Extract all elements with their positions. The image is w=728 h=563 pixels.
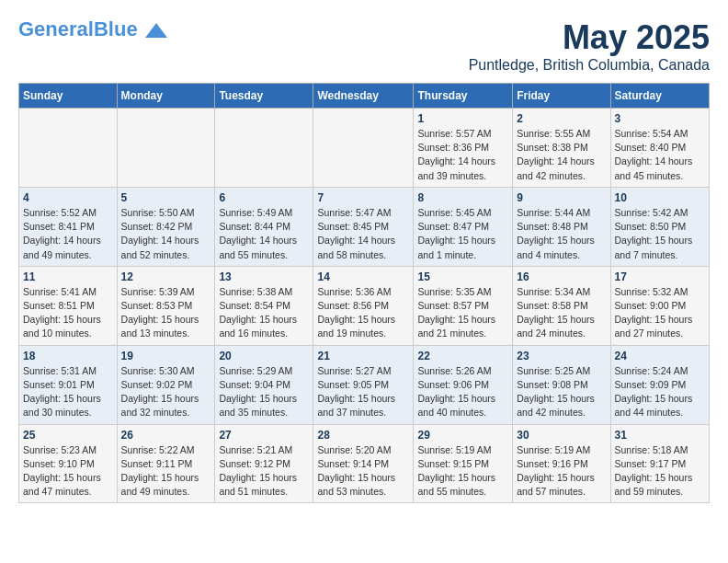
day-info: Sunrise: 5:32 AM Sunset: 9:00 PM Dayligh… bbox=[615, 285, 705, 341]
calendar-cell: 17Sunrise: 5:32 AM Sunset: 9:00 PM Dayli… bbox=[610, 266, 709, 345]
day-number: 6 bbox=[219, 191, 309, 204]
day-info: Sunrise: 5:34 AM Sunset: 8:58 PM Dayligh… bbox=[517, 285, 606, 341]
calendar-cell: 19Sunrise: 5:30 AM Sunset: 9:02 PM Dayli… bbox=[117, 345, 215, 424]
day-number: 19 bbox=[121, 350, 211, 362]
day-number: 18 bbox=[23, 350, 113, 362]
day-info: Sunrise: 5:35 AM Sunset: 8:57 PM Dayligh… bbox=[417, 285, 508, 341]
logo: GeneralBlue bbox=[18, 18, 167, 40]
day-info: Sunrise: 5:49 AM Sunset: 8:44 PM Dayligh… bbox=[219, 206, 309, 262]
day-number: 29 bbox=[417, 429, 508, 442]
calendar-cell: 23Sunrise: 5:25 AM Sunset: 9:08 PM Dayli… bbox=[513, 345, 610, 424]
calendar-cell bbox=[19, 109, 118, 188]
calendar-cell: 8Sunrise: 5:45 AM Sunset: 8:47 PM Daylig… bbox=[414, 187, 513, 266]
day-info: Sunrise: 5:36 AM Sunset: 8:56 PM Dayligh… bbox=[317, 285, 409, 341]
calendar-cell: 9Sunrise: 5:44 AM Sunset: 8:48 PM Daylig… bbox=[513, 187, 610, 266]
calendar-cell: 14Sunrise: 5:36 AM Sunset: 8:56 PM Dayli… bbox=[313, 266, 414, 345]
day-info: Sunrise: 5:30 AM Sunset: 9:02 PM Dayligh… bbox=[121, 364, 211, 420]
day-info: Sunrise: 5:38 AM Sunset: 8:54 PM Dayligh… bbox=[219, 285, 309, 341]
day-info: Sunrise: 5:27 AM Sunset: 9:05 PM Dayligh… bbox=[317, 364, 409, 420]
calendar-week-row: 25Sunrise: 5:23 AM Sunset: 9:10 PM Dayli… bbox=[19, 424, 710, 503]
calendar-cell bbox=[215, 109, 313, 188]
day-info: Sunrise: 5:45 AM Sunset: 8:47 PM Dayligh… bbox=[417, 206, 508, 262]
day-info: Sunrise: 5:47 AM Sunset: 8:45 PM Dayligh… bbox=[317, 206, 409, 262]
calendar-cell: 15Sunrise: 5:35 AM Sunset: 8:57 PM Dayli… bbox=[414, 266, 513, 345]
calendar-cell: 22Sunrise: 5:26 AM Sunset: 9:06 PM Dayli… bbox=[414, 345, 513, 424]
day-number: 21 bbox=[317, 350, 409, 362]
calendar-cell: 13Sunrise: 5:38 AM Sunset: 8:54 PM Dayli… bbox=[215, 266, 313, 345]
day-info: Sunrise: 5:26 AM Sunset: 9:06 PM Dayligh… bbox=[417, 364, 508, 420]
day-number: 16 bbox=[517, 270, 606, 283]
calendar-cell: 21Sunrise: 5:27 AM Sunset: 9:05 PM Dayli… bbox=[313, 345, 414, 424]
day-number: 26 bbox=[121, 429, 211, 442]
day-number: 15 bbox=[417, 270, 508, 283]
day-header-sunday: Sunday bbox=[19, 84, 118, 109]
day-number: 11 bbox=[23, 270, 113, 283]
day-number: 27 bbox=[219, 429, 309, 442]
calendar-cell: 3Sunrise: 5:54 AM Sunset: 8:40 PM Daylig… bbox=[610, 109, 709, 188]
day-number: 10 bbox=[615, 191, 705, 204]
day-number: 24 bbox=[615, 350, 705, 362]
calendar-cell: 10Sunrise: 5:42 AM Sunset: 8:50 PM Dayli… bbox=[610, 187, 709, 266]
day-number: 2 bbox=[517, 112, 606, 125]
day-number: 13 bbox=[219, 270, 309, 283]
calendar-cell: 1Sunrise: 5:57 AM Sunset: 8:36 PM Daylig… bbox=[414, 109, 513, 188]
calendar-cell: 29Sunrise: 5:19 AM Sunset: 9:15 PM Dayli… bbox=[414, 424, 513, 503]
calendar-week-row: 4Sunrise: 5:52 AM Sunset: 8:41 PM Daylig… bbox=[19, 187, 710, 266]
subtitle: Puntledge, British Columbia, Canada bbox=[469, 57, 710, 74]
day-header-friday: Friday bbox=[513, 84, 610, 109]
calendar-week-row: 18Sunrise: 5:31 AM Sunset: 9:01 PM Dayli… bbox=[19, 345, 710, 424]
day-info: Sunrise: 5:20 AM Sunset: 9:14 PM Dayligh… bbox=[317, 443, 409, 500]
main-title: May 2025 bbox=[469, 18, 710, 57]
calendar-cell: 20Sunrise: 5:29 AM Sunset: 9:04 PM Dayli… bbox=[215, 345, 313, 424]
day-header-monday: Monday bbox=[117, 84, 215, 109]
calendar-cell: 12Sunrise: 5:39 AM Sunset: 8:53 PM Dayli… bbox=[117, 266, 215, 345]
day-info: Sunrise: 5:42 AM Sunset: 8:50 PM Dayligh… bbox=[615, 206, 705, 262]
day-number: 12 bbox=[121, 270, 211, 283]
day-number: 23 bbox=[517, 350, 606, 362]
title-block: May 2025 Puntledge, British Columbia, Ca… bbox=[469, 18, 710, 74]
calendar-week-row: 1Sunrise: 5:57 AM Sunset: 8:36 PM Daylig… bbox=[19, 109, 710, 188]
day-header-wednesday: Wednesday bbox=[313, 84, 414, 109]
calendar-cell: 4Sunrise: 5:52 AM Sunset: 8:41 PM Daylig… bbox=[19, 187, 118, 266]
day-info: Sunrise: 5:39 AM Sunset: 8:53 PM Dayligh… bbox=[121, 285, 211, 341]
calendar-cell: 31Sunrise: 5:18 AM Sunset: 9:17 PM Dayli… bbox=[610, 424, 709, 503]
calendar-week-row: 11Sunrise: 5:41 AM Sunset: 8:51 PM Dayli… bbox=[19, 266, 710, 345]
day-info: Sunrise: 5:19 AM Sunset: 9:15 PM Dayligh… bbox=[417, 443, 508, 500]
day-info: Sunrise: 5:54 AM Sunset: 8:40 PM Dayligh… bbox=[615, 127, 705, 183]
day-number: 30 bbox=[517, 429, 606, 442]
day-number: 1 bbox=[417, 112, 508, 125]
day-info: Sunrise: 5:52 AM Sunset: 8:41 PM Dayligh… bbox=[23, 206, 113, 262]
day-number: 3 bbox=[615, 112, 705, 125]
calendar-table: SundayMondayTuesdayWednesdayThursdayFrid… bbox=[18, 83, 710, 503]
calendar-header-row: SundayMondayTuesdayWednesdayThursdayFrid… bbox=[19, 84, 710, 109]
day-info: Sunrise: 5:18 AM Sunset: 9:17 PM Dayligh… bbox=[615, 443, 705, 500]
day-info: Sunrise: 5:21 AM Sunset: 9:12 PM Dayligh… bbox=[219, 443, 309, 500]
logo-text: GeneralBlue bbox=[18, 18, 167, 40]
day-info: Sunrise: 5:31 AM Sunset: 9:01 PM Dayligh… bbox=[23, 364, 113, 420]
day-header-thursday: Thursday bbox=[414, 84, 513, 109]
calendar-cell: 6Sunrise: 5:49 AM Sunset: 8:44 PM Daylig… bbox=[215, 187, 313, 266]
day-number: 31 bbox=[615, 429, 705, 442]
calendar-cell: 26Sunrise: 5:22 AM Sunset: 9:11 PM Dayli… bbox=[117, 424, 215, 503]
calendar-cell bbox=[313, 109, 414, 188]
calendar-cell: 27Sunrise: 5:21 AM Sunset: 9:12 PM Dayli… bbox=[215, 424, 313, 503]
day-info: Sunrise: 5:29 AM Sunset: 9:04 PM Dayligh… bbox=[219, 364, 309, 420]
day-info: Sunrise: 5:41 AM Sunset: 8:51 PM Dayligh… bbox=[23, 285, 113, 341]
day-info: Sunrise: 5:50 AM Sunset: 8:42 PM Dayligh… bbox=[121, 206, 211, 262]
day-number: 14 bbox=[317, 270, 409, 283]
day-header-saturday: Saturday bbox=[610, 84, 709, 109]
day-number: 28 bbox=[317, 429, 409, 442]
day-number: 5 bbox=[121, 191, 211, 204]
logo-blue: Blue bbox=[94, 17, 138, 40]
calendar-cell: 11Sunrise: 5:41 AM Sunset: 8:51 PM Dayli… bbox=[19, 266, 118, 345]
calendar-cell: 5Sunrise: 5:50 AM Sunset: 8:42 PM Daylig… bbox=[117, 187, 215, 266]
day-info: Sunrise: 5:23 AM Sunset: 9:10 PM Dayligh… bbox=[23, 443, 113, 500]
day-number: 4 bbox=[23, 191, 113, 204]
day-info: Sunrise: 5:55 AM Sunset: 8:38 PM Dayligh… bbox=[517, 127, 606, 183]
day-info: Sunrise: 5:44 AM Sunset: 8:48 PM Dayligh… bbox=[517, 206, 606, 262]
day-info: Sunrise: 5:57 AM Sunset: 8:36 PM Dayligh… bbox=[417, 127, 508, 183]
day-info: Sunrise: 5:24 AM Sunset: 9:09 PM Dayligh… bbox=[615, 364, 705, 420]
calendar-cell: 7Sunrise: 5:47 AM Sunset: 8:45 PM Daylig… bbox=[313, 187, 414, 266]
day-info: Sunrise: 5:19 AM Sunset: 9:16 PM Dayligh… bbox=[517, 443, 606, 500]
calendar-cell: 28Sunrise: 5:20 AM Sunset: 9:14 PM Dayli… bbox=[313, 424, 414, 503]
